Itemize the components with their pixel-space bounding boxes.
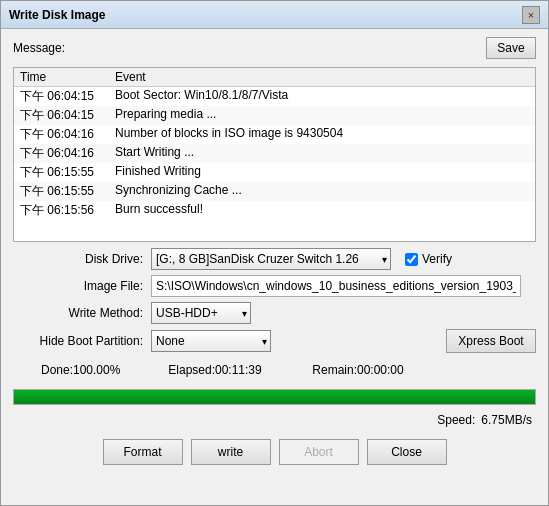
- log-table: Time Event 下午 06:04:15Boot Sector: Win10…: [14, 68, 535, 220]
- write-method-select[interactable]: USB-HDD+USB-ZIP+USB-FDDRAW: [151, 302, 251, 324]
- verify-checkbox[interactable]: [405, 253, 418, 266]
- log-time: 下午 06:04:16: [14, 125, 109, 144]
- log-event: Preparing media ...: [109, 106, 535, 125]
- image-file-input[interactable]: [151, 275, 521, 297]
- log-row: 下午 06:15:56Burn successful!: [14, 201, 535, 220]
- log-time: 下午 06:04:15: [14, 87, 109, 107]
- remain-label: Remain:: [297, 363, 357, 377]
- speed-label: Speed:: [437, 413, 475, 427]
- disk-drive-select-wrapper: [G:, 8 GB]SanDisk Cruzer Switch 1.26: [151, 248, 391, 270]
- message-label: Message:: [13, 41, 65, 55]
- log-event: Burn successful!: [109, 201, 535, 220]
- xpress-boot-button[interactable]: Xpress Boot: [446, 329, 536, 353]
- hide-boot-row: Hide Boot Partition: NoneFirst Partition…: [13, 329, 536, 353]
- log-event: Boot Sector: Win10/8.1/8/7/Vista: [109, 87, 535, 107]
- speed-value: 6.75MB/s: [481, 413, 532, 427]
- hide-boot-label: Hide Boot Partition:: [13, 334, 143, 348]
- log-time: 下午 06:15:55: [14, 182, 109, 201]
- write-method-row: Write Method: USB-HDD+USB-ZIP+USB-FDDRAW: [13, 302, 536, 324]
- log-event: Number of blocks in ISO image is 9430504: [109, 125, 535, 144]
- log-time: 下午 06:04:16: [14, 144, 109, 163]
- button-row: Format write Abort Close: [13, 433, 536, 473]
- hide-boot-select[interactable]: NoneFirst PartitionAll Partitions: [151, 330, 271, 352]
- log-time: 下午 06:15:55: [14, 163, 109, 182]
- abort-button[interactable]: Abort: [279, 439, 359, 465]
- log-time: 下午 06:04:15: [14, 106, 109, 125]
- verify-label: Verify: [405, 252, 452, 266]
- close-window-button[interactable]: ×: [522, 6, 540, 24]
- log-scroll[interactable]: Time Event 下午 06:04:15Boot Sector: Win10…: [14, 68, 535, 241]
- remain-value: 00:00:00: [357, 363, 427, 377]
- done-value: 100.00%: [73, 363, 143, 377]
- log-row: 下午 06:15:55Synchronizing Cache ...: [14, 182, 535, 201]
- elapsed-value: 00:11:39: [215, 363, 285, 377]
- close-button[interactable]: Close: [367, 439, 447, 465]
- write-method-label: Write Method:: [13, 306, 143, 320]
- disk-drive-row: Disk Drive: [G:, 8 GB]SanDisk Cruzer Swi…: [13, 248, 536, 270]
- write-button[interactable]: write: [191, 439, 271, 465]
- stats-row: Done: 100.00% Elapsed: 00:11:39 Remain: …: [13, 359, 536, 381]
- image-file-row: Image File:: [13, 275, 536, 297]
- hide-boot-select-wrapper: NoneFirst PartitionAll Partitions: [151, 330, 271, 352]
- log-area: Time Event 下午 06:04:15Boot Sector: Win10…: [13, 67, 536, 242]
- log-row: 下午 06:04:15Boot Sector: Win10/8.1/8/7/Vi…: [14, 87, 535, 107]
- title-bar: Write Disk Image ×: [1, 1, 548, 29]
- speed-row: Speed: 6.75MB/s: [13, 413, 536, 427]
- col-time: Time: [14, 68, 109, 87]
- disk-drive-label: Disk Drive:: [13, 252, 143, 266]
- main-window: Write Disk Image × Message: Save Time Ev…: [0, 0, 549, 506]
- log-row: 下午 06:04:16Start Writing ...: [14, 144, 535, 163]
- progress-bar-fill: [14, 390, 535, 404]
- content-area: Message: Save Time Event 下午 06:04:15Boot…: [1, 29, 548, 505]
- log-row: 下午 06:04:16Number of blocks in ISO image…: [14, 125, 535, 144]
- save-button[interactable]: Save: [486, 37, 536, 59]
- log-event: Synchronizing Cache ...: [109, 182, 535, 201]
- done-label: Done:: [13, 363, 73, 377]
- window-title: Write Disk Image: [9, 8, 105, 22]
- disk-drive-select[interactable]: [G:, 8 GB]SanDisk Cruzer Switch 1.26: [151, 248, 391, 270]
- col-event: Event: [109, 68, 535, 87]
- log-row: 下午 06:04:15Preparing media ...: [14, 106, 535, 125]
- log-event: Start Writing ...: [109, 144, 535, 163]
- image-file-label: Image File:: [13, 279, 143, 293]
- format-button[interactable]: Format: [103, 439, 183, 465]
- log-row: 下午 06:15:55Finished Writing: [14, 163, 535, 182]
- log-time: 下午 06:15:56: [14, 201, 109, 220]
- log-event: Finished Writing: [109, 163, 535, 182]
- progress-bar-container: [13, 389, 536, 405]
- form-section: Disk Drive: [G:, 8 GB]SanDisk Cruzer Swi…: [13, 248, 536, 353]
- write-method-select-wrapper: USB-HDD+USB-ZIP+USB-FDDRAW: [151, 302, 251, 324]
- elapsed-label: Elapsed:: [155, 363, 215, 377]
